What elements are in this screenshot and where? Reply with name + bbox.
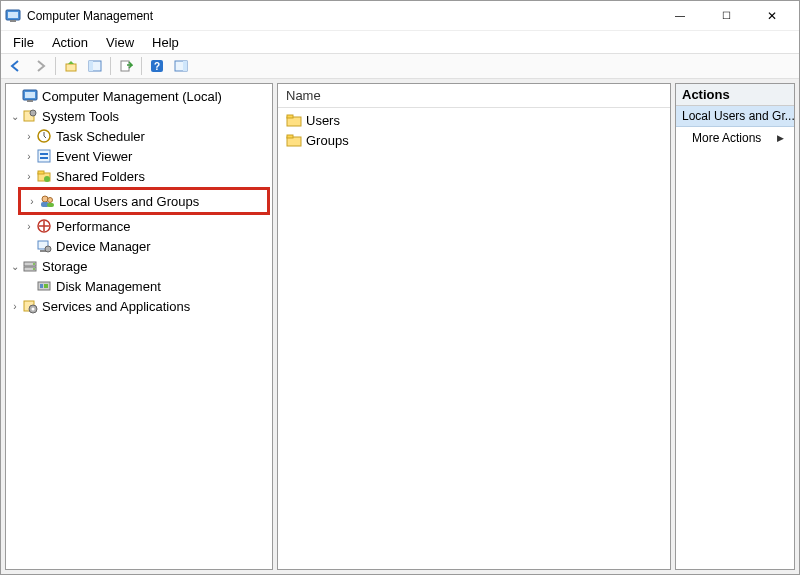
tree-event-viewer[interactable]: › Event Viewer [6,146,272,166]
menu-view[interactable]: View [98,33,142,52]
svg-point-34 [33,268,35,270]
folder-icon [286,132,302,148]
actions-section-header[interactable]: Local Users and Gr... ▲ [676,106,794,127]
shared-folder-icon [36,168,52,184]
toolbar-separator [110,57,111,75]
titlebar: Computer Management — ☐ ✕ [1,1,799,31]
svg-point-25 [48,198,53,203]
back-button[interactable] [5,55,27,77]
svg-point-40 [32,308,35,311]
expander-icon[interactable]: › [8,301,22,312]
navigation-tree: Computer Management (Local) ⌄ System Too… [6,86,272,316]
maximize-button[interactable]: ☐ [703,1,749,31]
svg-rect-3 [66,64,76,71]
help-button[interactable]: ? [146,55,168,77]
svg-rect-5 [89,61,93,71]
event-viewer-icon [36,148,52,164]
svg-point-23 [42,196,48,202]
up-button[interactable] [60,55,82,77]
tree-services-applications[interactable]: › Services and Applications [6,296,272,316]
expander-icon[interactable]: › [22,131,36,142]
svg-rect-17 [38,150,50,162]
expander-icon[interactable]: › [22,221,36,232]
tree-label: Computer Management (Local) [42,89,222,104]
storage-icon [22,258,38,274]
main-area: Computer Management (Local) ⌄ System Too… [1,79,799,574]
show-hide-action-pane-button[interactable] [170,55,192,77]
action-label: More Actions [692,131,761,145]
tree-task-scheduler[interactable]: › Task Scheduler [6,126,272,146]
menu-help[interactable]: Help [144,33,187,52]
list-column-header[interactable]: Name [278,84,670,108]
expander-open-icon[interactable]: ⌄ [8,261,22,272]
svg-point-15 [30,110,36,116]
list-body: Users Groups [278,108,670,152]
window-title: Computer Management [27,9,153,23]
tree-storage[interactable]: ⌄ Storage [6,256,272,276]
svg-rect-13 [27,100,33,102]
chevron-right-icon: ▶ [777,133,784,143]
tree-label: Services and Applications [42,299,190,314]
tree-label: Device Manager [56,239,151,254]
actions-pane: Actions Local Users and Gr... ▲ More Act… [675,83,795,570]
toolbar-separator [55,57,56,75]
svg-text:?: ? [154,61,160,72]
tree-root[interactable]: Computer Management (Local) [6,86,272,106]
device-manager-icon [36,238,52,254]
tree-local-users-and-groups[interactable]: › Local Users and Groups [21,191,267,211]
svg-rect-21 [38,171,44,174]
list-item-label: Users [306,113,340,128]
action-more-actions[interactable]: More Actions ▶ [676,127,794,149]
minimize-button[interactable]: — [657,1,703,31]
export-button[interactable] [115,55,137,77]
svg-rect-6 [121,61,129,71]
expander-icon[interactable]: › [25,196,39,207]
toolbar-separator [141,57,142,75]
actions-section-label: Local Users and Gr... [682,109,794,123]
menu-file[interactable]: File [5,33,42,52]
disk-management-icon [36,278,52,294]
tree-device-manager[interactable]: Device Manager [6,236,272,256]
svg-point-30 [45,246,51,252]
tree-disk-management[interactable]: Disk Management [6,276,272,296]
tree-pane: Computer Management (Local) ⌄ System Too… [5,83,273,570]
svg-point-22 [44,176,50,182]
tree-label: Local Users and Groups [59,194,199,209]
show-hide-tree-button[interactable] [84,55,106,77]
toolbar: ? [1,53,799,79]
tree-label: System Tools [42,109,119,124]
tools-icon [22,108,38,124]
tree-label: Performance [56,219,130,234]
svg-rect-10 [183,61,187,71]
folder-icon [286,112,302,128]
tree-label: Disk Management [56,279,161,294]
computer-management-icon [22,88,38,104]
menu-action[interactable]: Action [44,33,96,52]
tree-label: Event Viewer [56,149,132,164]
tree-shared-folders[interactable]: › Shared Folders [6,166,272,186]
expander-icon[interactable]: › [22,171,36,182]
expander-icon[interactable]: › [22,151,36,162]
tree-label: Shared Folders [56,169,145,184]
list-pane: Name Users Groups [277,83,671,570]
menubar: File Action View Help [1,31,799,53]
tree-system-tools[interactable]: ⌄ System Tools [6,106,272,126]
list-item-users[interactable]: Users [282,110,666,130]
tree-performance[interactable]: › Performance [6,216,272,236]
svg-rect-1 [8,12,18,18]
tree-label: Task Scheduler [56,129,145,144]
highlight-box: › Local Users and Groups [18,187,270,215]
svg-rect-2 [10,20,16,22]
svg-rect-44 [287,135,293,138]
forward-button[interactable] [29,55,51,77]
expander-open-icon[interactable]: ⌄ [8,111,22,122]
column-name: Name [286,88,321,103]
svg-rect-26 [47,203,54,207]
svg-rect-36 [40,284,43,288]
close-button[interactable]: ✕ [749,1,795,31]
svg-rect-12 [25,92,35,98]
list-item-groups[interactable]: Groups [282,130,666,150]
list-item-label: Groups [306,133,349,148]
app-icon [5,8,21,24]
users-groups-icon [39,193,55,209]
